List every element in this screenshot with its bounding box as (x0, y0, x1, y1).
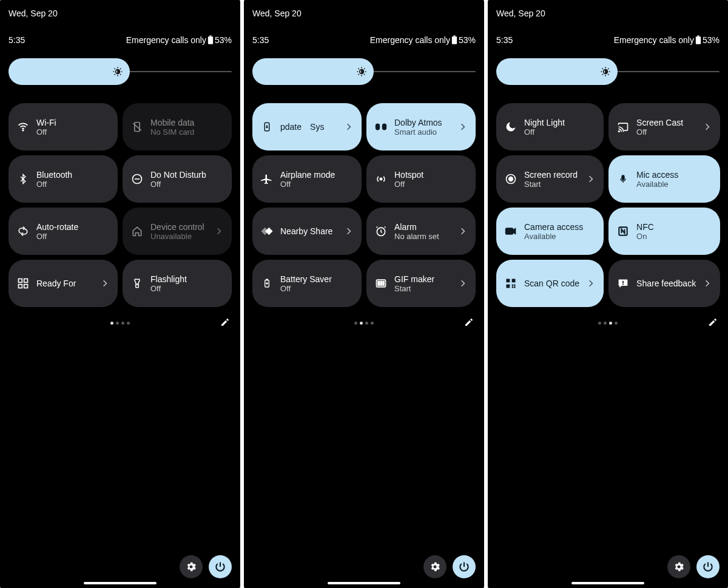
tile-text: Ready For (36, 279, 93, 288)
tile-dolby-atmos[interactable]: Dolby AtmosSmart audio (366, 103, 476, 150)
settings-button[interactable] (667, 555, 690, 578)
chevron-right-icon (585, 175, 596, 183)
tile-subtitle: Unavailable (150, 232, 207, 241)
tile-device-control[interactable]: Device controlUnavailable (123, 208, 232, 255)
power-button[interactable] (209, 555, 232, 578)
pager-dot (598, 322, 601, 325)
tile-night-light[interactable]: Night LightOff (496, 103, 604, 150)
brightness-icon (112, 66, 124, 78)
svg-rect-36 (507, 279, 510, 283)
brightness-thumb[interactable] (252, 58, 374, 85)
svg-rect-22 (266, 279, 268, 280)
tile-nearby-share[interactable]: Nearby Share (252, 208, 362, 255)
tile-subtitle: Off (36, 232, 110, 241)
pager-dot (609, 322, 612, 325)
chevron-right-icon (585, 279, 596, 288)
brightness-slider[interactable] (252, 58, 476, 85)
tile-text: Battery SaverOff (280, 274, 354, 293)
tile-text: HotspotOff (394, 170, 468, 189)
svg-rect-27 (696, 36, 701, 44)
tile-camera-access[interactable]: Camera accessAvailable (496, 208, 604, 255)
tile-mobile-data[interactable]: Mobile dataNo SIM card (123, 103, 232, 150)
tile-alarm[interactable]: AlarmNo alarm set (366, 208, 476, 255)
tile-dnd[interactable]: Do Not DisturbOff (123, 155, 232, 203)
tile-wifi[interactable]: Wi-FiOff (8, 103, 118, 150)
tile-title: Alarm (394, 222, 451, 232)
tile-mic-access[interactable]: Mic accessAvailable (608, 155, 720, 203)
navigation-bar[interactable] (571, 582, 644, 584)
brightness-thumb[interactable] (496, 58, 618, 85)
settings-button[interactable] (180, 555, 203, 578)
svg-point-3 (22, 130, 24, 131)
edit-tiles-button[interactable] (706, 316, 720, 329)
edit-tiles-button[interactable] (218, 316, 232, 329)
tile-title: Flashlight (150, 274, 224, 284)
tile-feedback[interactable]: Share feedback (608, 260, 720, 307)
qr-icon (504, 276, 518, 291)
tile-hotspot[interactable]: HotspotOff (366, 155, 476, 203)
tile-subtitle: Off (280, 284, 354, 293)
svg-rect-39 (512, 285, 514, 286)
chevron-right-icon (702, 123, 713, 131)
brightness-thumb[interactable] (8, 58, 130, 85)
pager-dot (110, 322, 113, 325)
battery-icon (695, 35, 701, 45)
svg-rect-25 (380, 282, 382, 286)
tile-subtitle: Available (524, 232, 596, 241)
brightness-icon (356, 66, 368, 78)
tile-subtitle: Off (280, 180, 354, 189)
tile-system-update[interactable]: pdateSys (252, 103, 362, 150)
nfc-icon (616, 224, 630, 238)
quick-settings-panel: Wed, Sep 20 5:35 Emergency calls only 53… (488, 0, 728, 588)
tile-text: Screen CastOff (636, 118, 696, 137)
tile-ready-for[interactable]: Ready For (8, 260, 118, 307)
svg-rect-18 (382, 124, 386, 130)
tile-text: Dolby AtmosSmart audio (394, 118, 451, 137)
tile-battery-saver[interactable]: Battery SaverOff (252, 260, 362, 307)
svg-rect-34 (506, 228, 513, 234)
tile-title: Scan QR code (524, 279, 579, 288)
network-status-label: Emergency calls only (126, 35, 206, 45)
settings-button[interactable] (423, 555, 447, 578)
bottom-actions (423, 555, 476, 578)
tile-flashlight[interactable]: FlashlightOff (123, 260, 232, 307)
quick-settings-panel: Wed, Sep 20 5:35 Emergency calls only 53… (244, 0, 484, 588)
tile-text: Scan QR code (524, 279, 579, 288)
edit-tiles-button[interactable] (462, 316, 476, 329)
svg-rect-10 (19, 285, 22, 288)
tile-auto-rotate[interactable]: Auto-rotateOff (8, 208, 118, 255)
svg-rect-24 (378, 282, 380, 286)
chevron-right-icon (457, 279, 468, 288)
pager-row (496, 317, 720, 329)
tile-nfc[interactable]: NFCOn (608, 208, 720, 255)
tile-title: Wi-Fi (36, 118, 110, 127)
tile-gif-maker[interactable]: GIF makerStart (366, 260, 476, 307)
tile-screen-record[interactable]: Screen recordStart (496, 155, 604, 203)
power-button[interactable] (453, 555, 476, 578)
navigation-bar[interactable] (84, 582, 157, 584)
hotspot-icon (374, 172, 388, 186)
date-label: Wed, Sep 20 (252, 8, 476, 18)
tile-bluetooth[interactable]: BluetoothOff (8, 155, 118, 203)
battery-percent-label: 53% (215, 35, 232, 45)
pager-dots (598, 322, 618, 325)
brightness-slider[interactable] (496, 58, 720, 85)
brightness-slider[interactable] (8, 58, 232, 85)
navigation-bar[interactable] (328, 582, 400, 584)
bottom-actions (180, 555, 232, 578)
svg-rect-26 (383, 282, 384, 286)
tile-airplane[interactable]: Airplane modeOff (252, 155, 362, 203)
power-button[interactable] (696, 555, 720, 578)
tile-screen-cast[interactable]: Screen CastOff (608, 103, 720, 150)
pager-row (252, 317, 476, 329)
svg-rect-42 (514, 286, 516, 288)
tile-text: Night LightOff (524, 118, 596, 137)
battery-percent-label: 53% (703, 35, 720, 45)
tile-subtitle: Off (150, 180, 224, 189)
svg-rect-41 (512, 286, 514, 288)
tile-title: NFC (636, 222, 713, 232)
tile-text: GIF makerStart (394, 274, 451, 293)
svg-rect-8 (19, 279, 22, 283)
tile-qr[interactable]: Scan QR code (496, 260, 604, 307)
quick-settings-panel: Wed, Sep 20 5:35 Emergency calls only 53… (0, 0, 240, 588)
